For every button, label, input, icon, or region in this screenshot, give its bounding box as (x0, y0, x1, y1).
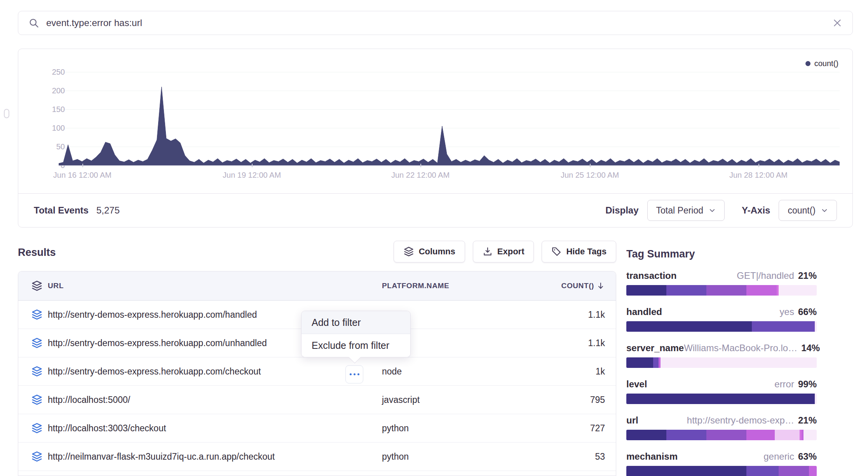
tag-name: handled (626, 306, 662, 317)
layers-icon (26, 451, 48, 462)
table-row[interactable]: http://sentry-demos-express.herokuapp.co… (18, 357, 616, 386)
results-toolbar: Columns Export Hide Tags (18, 241, 616, 262)
platform-cell[interactable]: python (382, 452, 543, 462)
tag-summary-list: transactionGET|/handled21%handledyes66%s… (626, 270, 817, 476)
search-input[interactable] (46, 18, 825, 28)
hide-tags-button[interactable]: Hide Tags (542, 241, 616, 262)
tag-summary-row: urlhttp://sentry-demos-exp…21% (626, 415, 817, 440)
tag-distribution-bar[interactable] (626, 466, 817, 476)
search-icon (28, 18, 39, 28)
tag-distribution-bar[interactable] (626, 394, 817, 404)
tag-percent: 99% (798, 379, 817, 390)
url-cell[interactable]: http://localhost:5000/ (48, 395, 382, 405)
yaxis-dropdown[interactable]: count() (779, 200, 837, 221)
column-header-url[interactable]: URL (48, 282, 382, 290)
display-dropdown[interactable]: Total Period (647, 200, 725, 221)
tag-row-header: server_nameWilliams-MacBook-Pro.lo…14% (626, 343, 817, 354)
x-axis-tick-mark (420, 164, 421, 167)
platform-cell[interactable]: javascript (382, 395, 543, 405)
count-cell[interactable]: 795 (543, 395, 605, 405)
platform-cell[interactable]: python (382, 423, 543, 434)
tag-bar-segment (804, 430, 817, 440)
table-row[interactable]: http://localhost:5000/javascript795 (18, 386, 616, 414)
x-axis-tick-label: Jun 22 12:00 AM (391, 171, 450, 180)
tag-percent: 21% (798, 270, 817, 281)
tag-top-value: GET|/handled (737, 270, 794, 281)
tag-summary-row: levelerror99% (626, 379, 817, 404)
table-row[interactable]: http://localhost:3003/checkoutpython727 (18, 414, 616, 443)
tag-bar-segment (626, 321, 752, 332)
results-table: URL PLATFORM.NAME COUNT() http://sentry-… (18, 271, 616, 476)
clear-search-icon[interactable] (832, 18, 842, 28)
cell-actions-button[interactable] (345, 365, 363, 383)
tag-bar-segment (666, 285, 706, 296)
tag-percent: 14% (801, 343, 820, 354)
tag-bar-segment (626, 430, 666, 440)
url-cell[interactable]: http://neilmanvar-flask-m3uuizd7iq-uc.a.… (48, 452, 382, 462)
layers-icon (26, 280, 48, 292)
menu-item-add-to-filter[interactable]: Add to filter (302, 311, 410, 334)
tag-name: level (626, 379, 647, 390)
tag-summary-row: server_nameWilliams-MacBook-Pro.lo…14% (626, 343, 817, 368)
export-button[interactable]: Export (473, 241, 534, 262)
total-events-value: 5,275 (96, 205, 120, 216)
layers-icon (26, 337, 48, 349)
columns-button-label: Columns (419, 247, 455, 257)
chevron-down-icon (709, 207, 716, 214)
download-icon (483, 247, 493, 257)
tag-distribution-bar[interactable] (626, 430, 817, 440)
platform-cell[interactable]: node (382, 366, 543, 377)
tag-bar-segment (746, 285, 777, 296)
url-cell[interactable]: http://localhost:3003/checkout (48, 423, 382, 434)
hide-tags-button-label: Hide Tags (566, 247, 607, 257)
x-axis-tick-mark (758, 164, 759, 167)
sort-desc-icon (596, 282, 605, 290)
chevron-down-icon (821, 207, 828, 214)
yaxis-label: Y-Axis (742, 205, 770, 216)
tag-bar-segment (653, 357, 659, 368)
count-cell[interactable]: 1.1k (543, 310, 605, 320)
tag-percent: 63% (798, 451, 817, 462)
tag-bar-segment (626, 466, 746, 476)
tag-summary-row: handledyes66% (626, 306, 817, 332)
search-bar (18, 11, 853, 35)
tag-bar-segment (666, 430, 706, 440)
tag-name: transaction (626, 270, 676, 281)
layers-icon (26, 309, 48, 320)
columns-button[interactable]: Columns (394, 241, 465, 262)
tag-bar-segment (775, 430, 800, 440)
tag-top-value: error (774, 379, 794, 390)
tag-bar-segment (706, 285, 746, 296)
tag-distribution-bar[interactable] (626, 321, 817, 332)
count-cell[interactable]: 1k (543, 366, 605, 377)
tag-percent: 21% (798, 415, 817, 426)
tag-row-header: handledyes66% (626, 306, 817, 317)
tag-percent: 66% (798, 306, 817, 317)
count-cell[interactable]: 1.1k (543, 338, 605, 348)
export-button-label: Export (497, 247, 525, 257)
tag-distribution-bar[interactable] (626, 357, 817, 368)
table-header: URL PLATFORM.NAME COUNT() (18, 271, 616, 301)
tag-top-value: http://sentry-demos-exp… (687, 415, 794, 426)
tag-bar-segment (815, 321, 817, 332)
events-area-chart[interactable] (59, 60, 840, 165)
count-cell[interactable]: 727 (543, 423, 605, 434)
sidebar-collapse-handle[interactable] (4, 109, 9, 118)
yaxis-dropdown-value: count() (788, 205, 816, 216)
chart-area-path (59, 87, 840, 165)
column-header-count[interactable]: COUNT() (543, 282, 605, 290)
layers-icon (26, 394, 48, 406)
x-axis-tick-label: Jun 25 12:00 AM (561, 171, 619, 180)
chart-footer: Total Events 5,275 Display Total Period … (18, 193, 852, 227)
tag-distribution-bar[interactable] (626, 285, 817, 296)
column-header-platform[interactable]: PLATFORM.NAME (382, 282, 543, 290)
tag-row-header: urlhttp://sentry-demos-exp…21% (626, 415, 817, 426)
chart-panel: count() 250200150100500 Jun 16 12:00 AMJ… (18, 49, 853, 228)
table-row[interactable]: http://neilmanvar-flask-m3uuizd7iq-uc.a.… (18, 443, 616, 471)
chart-legend[interactable]: count() (805, 59, 838, 68)
tag-bar-segment (706, 430, 746, 440)
tag-bar-segment (752, 321, 815, 332)
url-cell[interactable]: http://sentry-demos-express.herokuapp.co… (48, 366, 382, 377)
tag-bar-segment (661, 357, 817, 368)
count-cell[interactable]: 53 (543, 452, 605, 462)
